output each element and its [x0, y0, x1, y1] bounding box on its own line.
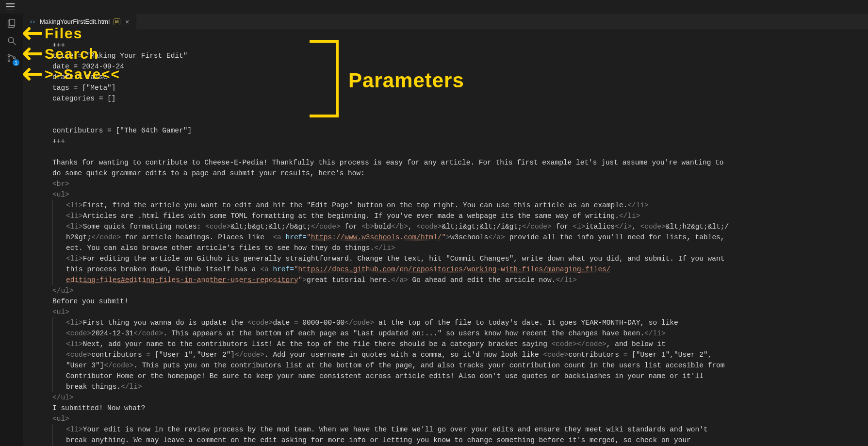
li-4-link-text: great tutorial here.: [307, 276, 391, 284]
svg-point-4: [8, 60, 10, 62]
explorer-icon[interactable]: [6, 17, 17, 29]
scm-badge: 1: [13, 59, 19, 66]
ul-open-1: <ul>: [52, 191, 69, 198]
code-block: +++ title = "Making Your First Edit" dat…: [23, 30, 868, 446]
titlebar: [0, 0, 868, 14]
ul-close-1: </ul>: [52, 287, 74, 295]
search-icon[interactable]: [6, 35, 17, 47]
svg-point-1: [8, 37, 14, 43]
intro-line2: do some quick grammar edits to a page an…: [52, 169, 365, 177]
ul-open-3: <ul>: [52, 415, 69, 423]
ul-open-2: <ul>: [52, 308, 69, 316]
li-3a: Some quick formatting notes:: [83, 223, 205, 231]
main-row: 1 Files Search >>Save<<: [0, 14, 868, 446]
li-6b: , and below it: [606, 340, 670, 348]
tab-filename: MakingYourFirstEdit.html: [40, 18, 110, 25]
fm-title: title = "Making Your First Edit": [52, 52, 187, 60]
li-6a: Next, add your name to the contributors …: [83, 340, 552, 348]
tab-modified-badge: M: [114, 18, 120, 25]
li-3f: for article headings. Places like: [121, 233, 273, 241]
li-4b: Go ahead and edit the article now.: [408, 276, 556, 284]
fm-contributors: contributors = ["The 64th Gamer"]: [52, 127, 192, 134]
github-tutorial-link-2[interactable]: editing-files#editing-files-in-another-u…: [66, 276, 298, 284]
li-5-code1: date = 0000-00-00: [273, 319, 344, 327]
li-3-link-text: w3schools: [450, 233, 488, 241]
tab-close-icon[interactable]: ×: [124, 18, 130, 26]
submitted-heading: I submitted! Now what?: [52, 404, 145, 412]
li-3-bold: bold: [374, 223, 391, 231]
li-5-code2: 2024-12-31: [91, 330, 133, 337]
fm-tags: tags = ["Meta"]: [52, 84, 116, 92]
li-6c: . Add your username in quotes with a com…: [264, 351, 543, 359]
li-3b: for: [341, 223, 362, 231]
li-3e: ,: [632, 223, 640, 231]
li-3-italics: italics: [585, 223, 615, 231]
tab-active[interactable]: MakingYourFirstEdit.html M ×: [23, 14, 136, 30]
intro-line1: Thanks for wanting to contribute to Chee…: [52, 159, 724, 166]
menu-icon[interactable]: [6, 3, 15, 10]
editor-content[interactable]: Parameters +++ title = "Making Your Firs…: [23, 30, 868, 446]
svg-point-3: [8, 54, 10, 56]
tab-row: MakingYourFirstEdit.html M ×: [23, 14, 868, 30]
fm-categories: categories = []: [52, 95, 116, 102]
github-tutorial-link[interactable]: https://docs.github.com/en/repositories/…: [298, 265, 611, 273]
svg-rect-0: [9, 19, 15, 26]
editor-area: MakingYourFirstEdit.html M × Parameters …: [23, 14, 868, 446]
before-submit: Before you submit!: [52, 297, 129, 305]
li-5a: First thing you wanna do is update the: [83, 319, 247, 327]
fm-date: date = 2024-09-24: [52, 63, 124, 70]
br-tag: <br>: [52, 180, 69, 188]
html-file-icon: [29, 18, 36, 25]
li-3-code1: &lt;b&gt;&lt;/b&gt;: [230, 223, 311, 231]
app-window: 1 Files Search >>Save<<: [0, 0, 868, 446]
li-3-code2: &lt;i&gt;&lt;/i&gt;: [442, 223, 522, 231]
svg-line-2: [13, 42, 16, 45]
li-5c: . This appears at the bottom of each pag…: [163, 330, 644, 337]
activity-bar: 1: [0, 14, 23, 446]
li-1: First, find the article you want to edit…: [83, 201, 627, 209]
fm-draft: draft = false: [52, 73, 107, 81]
fm-open: +++: [52, 41, 65, 49]
li-3c: ,: [408, 223, 416, 231]
w3schools-link[interactable]: https://www.w3schools.com/html/: [311, 233, 442, 241]
source-control-icon[interactable]: 1: [6, 52, 17, 64]
li-3d: for: [552, 223, 573, 231]
ul-close-2: </ul>: [52, 394, 74, 401]
li-2: Articles are .html files with some TOML …: [83, 212, 619, 220]
fm-close: +++: [52, 137, 65, 145]
li-6-code2: contributors = ["User 1","User 2"]: [91, 351, 235, 359]
